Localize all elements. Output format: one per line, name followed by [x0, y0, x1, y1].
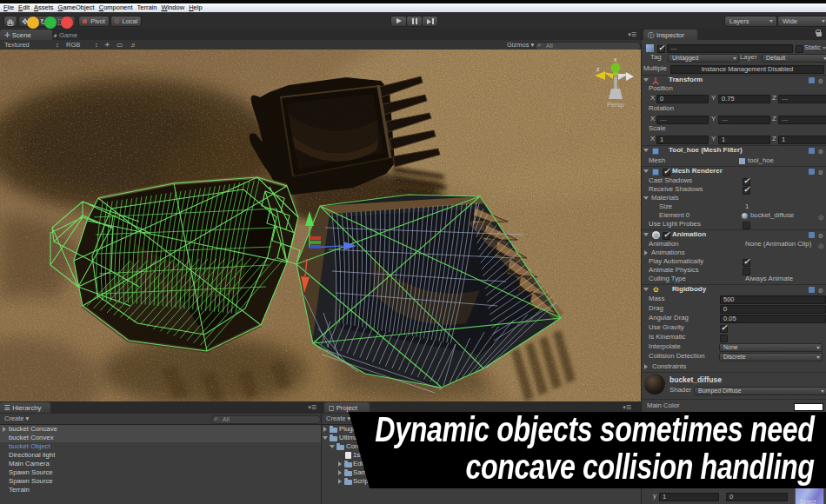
svg-text:z: z: [596, 66, 599, 72]
svg-text:Persp: Persp: [607, 101, 624, 109]
